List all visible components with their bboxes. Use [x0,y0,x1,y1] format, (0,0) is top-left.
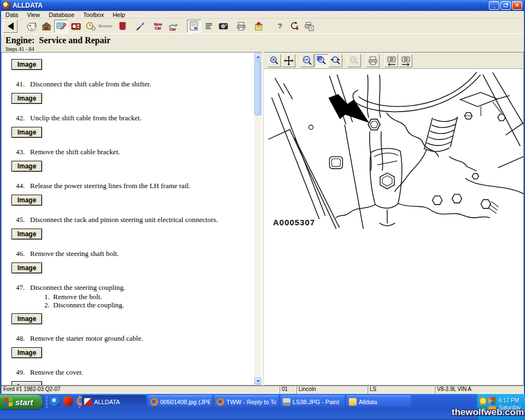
print-preview-button[interactable] [302,20,317,33]
pan-icon [283,55,294,66]
mascot-button[interactable] [25,20,39,33]
text-image-view-icon [189,21,200,32]
step-item-43: 43.Remove the shift cable bracket. [16,148,254,156]
firefox-task-icon [150,398,158,406]
security-alert-icon[interactable] [479,397,487,405]
print-preview-icon [304,21,315,32]
step-number: 49. [16,368,30,377]
change-car-button[interactable]: Car [166,20,180,33]
scroll-thumb[interactable] [254,61,261,115]
tools-button[interactable] [133,20,148,33]
step-text: Remove the cover. [30,368,83,376]
scroll-down-arrow[interactable] [254,377,261,384]
step-number: 45. [16,215,30,224]
close-button[interactable]: × [512,1,522,10]
image-button[interactable]: Image [11,161,42,172]
task-firefox-image[interactable]: 00501408.jpg (JPEG ... [148,395,212,408]
internet-explorer-icon[interactable] [50,396,60,406]
view-text-button[interactable] [202,20,216,33]
image-button[interactable]: Image [11,262,42,273]
zoom-width-button[interactable] [329,54,342,67]
repair-info-button[interactable] [54,20,68,33]
shop-home-button[interactable] [39,20,54,33]
taskbar: start ALLDATA 00501408.jpg (JPEG ... TWW… [0,394,525,420]
pointer-arrow [329,94,370,123]
menu-database[interactable]: Database [44,11,79,19]
new-car-button[interactable]: NewCar [151,20,165,33]
pan-button[interactable] [282,54,295,67]
tray-app-icon[interactable] [488,397,496,405]
figure-canvas[interactable]: A0005307 [264,69,523,385]
task-paint[interactable]: LS38.JPG - Paint [281,395,345,408]
image-button[interactable]: Image [11,313,42,324]
change-car-label: Car [170,27,176,31]
browse-button[interactable]: Browse [98,20,113,33]
step-text: Disconnect the steering coupling. [30,283,125,291]
media-player-icon[interactable] [63,396,73,406]
step-item-49: 49.Remove the cover. [16,368,254,377]
status-engine: V8-3.9L VIN A [435,386,524,394]
scroll-up-arrow[interactable] [254,53,261,60]
viewer-toolbar: 100 [264,52,523,69]
view-image-button[interactable] [217,20,231,33]
image-button[interactable]: Image [11,229,42,240]
previous-image-button[interactable] [384,54,398,67]
step-number: 42. [16,114,30,122]
notes-button[interactable]: NOTE [252,20,266,33]
restore-button[interactable] [500,1,511,10]
zoom-fit-button[interactable] [314,54,328,67]
menu-view[interactable]: View [22,11,44,19]
zoom-out-icon [349,55,360,66]
browse-label: Browse [98,24,112,28]
clock-time: 6:17 PM [499,397,521,404]
minimize-button[interactable]: _ [489,1,499,10]
refresh-button[interactable] [288,20,302,33]
library-button[interactable] [116,20,130,33]
zoom-100-button[interactable]: 100 [300,54,314,67]
paintbrush-icon [135,21,146,32]
diagnostics-button[interactable] [69,20,83,33]
procedure-panel: Image 41.Disconnect the shift cable from… [1,52,262,386]
next-image-icon [400,55,412,67]
image-button[interactable]: Image [11,195,42,206]
menu-help[interactable]: Help [108,11,130,19]
task-firefox-forum[interactable]: TWW - Reply to Topic... [214,395,278,408]
folder-task-icon [349,398,357,406]
task-alldata[interactable]: ALLDATA [82,395,146,408]
maintenance-button[interactable] [84,20,98,33]
step-text: Disconnect the rack and pinion steering … [30,215,218,224]
menu-toolbox[interactable]: Toolbox [79,11,108,19]
substep-list: 1. Remove the bolt. 2. Disconnect the co… [44,293,254,309]
next-image-button[interactable] [399,54,412,67]
print-button[interactable] [234,20,248,33]
main-toolbar: Browse NewCar Car [1,19,524,34]
status-model: LS [368,386,435,394]
image-button[interactable]: Image [11,347,42,358]
view-text-image-button[interactable] [187,20,201,33]
taskband-handle[interactable] [79,396,80,408]
substep-2: 2. Disconnect the coupling. [44,301,254,309]
firefox-task-icon [217,398,224,406]
task-alldata-folder[interactable]: Alldata [347,395,411,408]
gauge-panel-icon [71,21,81,32]
quicklaunch-handle[interactable] [46,396,48,408]
left-scrollbar[interactable] [254,53,261,384]
menu-data[interactable]: Data [1,11,22,19]
image-button[interactable]: Image [11,93,42,104]
garage-icon [41,21,52,32]
step-number: 43. [16,148,30,156]
image-button[interactable]: Image [11,59,42,70]
zoom-in-button[interactable] [267,54,281,67]
image-button[interactable]: Image [11,381,42,386]
alldata-window: ALLDATA _ × Data View Database Toolbox H… [0,0,525,394]
image-button[interactable]: Image [11,127,42,138]
step-item-42: 42.Unclip the shift cable from the brack… [16,114,254,122]
start-button[interactable]: start [0,395,43,409]
gear-clock-icon [85,21,96,32]
printer-icon [236,21,247,32]
step-item-45: 45.Disconnect the rack and pinion steeri… [16,215,254,224]
monitor-wrench-icon [56,21,67,32]
help-button[interactable]: ? [273,20,287,33]
back-button[interactable] [3,20,18,33]
viewer-print-button[interactable] [366,54,380,67]
